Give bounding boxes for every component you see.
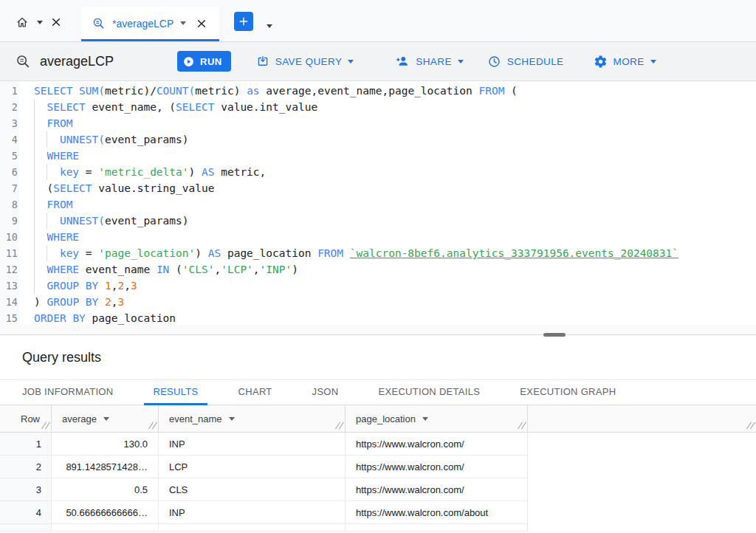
event-name-cell[interactable]: INP (159, 433, 346, 455)
column-header-event_name[interactable]: event_name (159, 405, 346, 432)
save-query-button[interactable]: SAVE QUERY (256, 55, 354, 68)
column-header-label: page_location (356, 413, 416, 424)
line-number: 8 (0, 196, 34, 213)
plus-icon (238, 16, 250, 27)
run-button[interactable]: RUN (177, 51, 231, 72)
more-menu-icon (650, 60, 656, 63)
code-line[interactable]: 12WHERE event_name IN ('CLS','LCP','INP'… (0, 261, 756, 278)
results-tab-results[interactable]: RESULTS (144, 380, 207, 405)
indent-guide (34, 261, 47, 278)
code-line[interactable]: 13GROUP BY 1,2,3 (0, 278, 756, 294)
schedule-button[interactable]: SCHEDULE (487, 55, 564, 69)
page-location-cell[interactable]: https://www.walcron.com/ (346, 455, 528, 478)
code-line[interactable]: 1SELECT SUM(metric)/COUNT(metric) as ave… (0, 83, 756, 99)
tab-menu-icon[interactable] (180, 21, 186, 25)
average-cell[interactable]: 0.5 (52, 478, 159, 501)
editor-tab-strip: *averageLCP (0, 0, 756, 42)
more-button[interactable]: MORE (594, 55, 656, 69)
line-number: 11 (0, 245, 34, 261)
column-menu-icon[interactable] (422, 417, 428, 421)
code-text: GROUP BY 1,2,3 (34, 278, 137, 294)
column-header-page_location[interactable]: page_location (346, 405, 528, 432)
event-name-cell[interactable]: INP (159, 501, 346, 524)
column-header-row[interactable]: Row (0, 405, 52, 432)
table-row[interactable]: 30.5CLShttps://www.walcron.com/ (0, 478, 756, 501)
code-text: key = 'page_location') AS page_location … (34, 245, 678, 261)
code-text: UNNEST(event_params) (34, 131, 189, 148)
column-resize-handle[interactable] (747, 422, 755, 430)
panel-splitter (0, 325, 756, 335)
code-line[interactable]: 2SELECT event_name, (SELECT value.int_va… (0, 99, 756, 115)
sql-editor[interactable]: 1SELECT SUM(metric)/COUNT(metric) as ave… (0, 81, 756, 325)
code-line[interactable]: 7(SELECT value.string_value (0, 180, 756, 196)
line-number: 5 (0, 148, 34, 164)
column-resize-handle[interactable] (149, 422, 157, 430)
tab-close-icon[interactable] (196, 18, 207, 30)
row-number-cell[interactable]: 1 (0, 433, 52, 455)
average-cell[interactable]: 891.1428571428… (52, 455, 159, 478)
line-number: 6 (0, 164, 34, 180)
code-text: FROM (34, 115, 72, 131)
sql-editor-lines: 1SELECT SUM(metric)/COUNT(metric) as ave… (0, 83, 756, 325)
home-icon[interactable] (15, 15, 30, 30)
query-tab-active[interactable]: *averageLCP (81, 7, 219, 41)
code-line[interactable]: 3FROM (0, 115, 756, 131)
code-text: ORDER BY page_location (34, 310, 176, 325)
gear-icon (594, 55, 608, 69)
results-tab-execution-details[interactable]: EXECUTION DETAILS (369, 380, 489, 405)
column-resize-handle[interactable] (336, 422, 343, 430)
share-button[interactable]: SHARE (395, 54, 464, 69)
results-tab-execution-graph[interactable]: EXECUTION GRAPH (511, 380, 625, 405)
row-number-cell[interactable]: 3 (0, 478, 52, 501)
row-number-cell[interactable]: 2 (0, 455, 52, 478)
home-tab-close-icon[interactable] (50, 16, 62, 28)
average-cell[interactable]: 130.0 (52, 433, 159, 455)
row-number-cell[interactable]: 4 (0, 501, 52, 524)
splitter-drag-handle[interactable] (543, 333, 566, 337)
table-row[interactable]: 1130.0INPhttps://www.walcron.com/ (0, 433, 756, 455)
code-line[interactable]: 5WHERE (0, 148, 756, 164)
page-location-cell[interactable]: https://www.walcron.com/ (346, 433, 528, 455)
code-line[interactable]: 8FROM (0, 196, 756, 213)
line-number: 14 (0, 294, 34, 310)
play-icon (182, 55, 195, 68)
code-text: ) GROUP BY 2,3 (34, 294, 124, 310)
results-title: Query results (22, 350, 101, 365)
column-resize-handle[interactable] (42, 422, 49, 430)
tab-list-menu-icon[interactable] (267, 24, 272, 28)
new-tab-button[interactable] (234, 12, 253, 31)
results-tab-chart[interactable]: CHART (230, 380, 281, 405)
column-header-average[interactable]: average (52, 405, 159, 432)
results-tab-json[interactable]: JSON (303, 380, 348, 405)
home-tab-menu-icon[interactable] (37, 21, 43, 24)
column-resize-handle[interactable] (518, 422, 526, 430)
table-row[interactable]: 2891.1428571428…LCPhttps://www.walcron.c… (0, 455, 756, 478)
code-line[interactable]: 4UNNEST(event_params) (0, 131, 756, 148)
line-number: 13 (0, 278, 34, 294)
column-menu-icon[interactable] (103, 417, 109, 421)
code-line[interactable]: 11key = 'page_location') AS page_locatio… (0, 245, 756, 261)
code-line[interactable]: 9UNNEST(event_params) (0, 213, 756, 229)
indent-guide (34, 196, 47, 213)
event-name-cell[interactable]: CLS (159, 478, 346, 501)
table-row[interactable]: 450.66666666666…INPhttps://www.walcron.c… (0, 501, 756, 524)
code-text: FROM (34, 196, 72, 213)
average-cell[interactable]: 50.66666666666… (52, 501, 159, 524)
page-location-cell[interactable]: https://www.walcron.com/ (346, 478, 528, 501)
code-line[interactable]: 6key = 'metric_delta') AS metric, (0, 164, 756, 180)
column-menu-icon[interactable] (229, 417, 235, 421)
page-location-cell[interactable]: https://www.walcron.com/about (346, 501, 528, 524)
line-number: 10 (0, 229, 34, 245)
event-name-cell[interactable]: LCP (159, 455, 346, 478)
results-tab-job-information[interactable]: JOB INFORMATION (13, 380, 122, 405)
column-header-label: Row (21, 413, 40, 424)
code-line[interactable]: 10WHERE (0, 229, 756, 245)
code-text: WHERE (34, 229, 79, 245)
line-number: 7 (0, 180, 34, 196)
column-header-label: event_name (169, 413, 222, 424)
table-reference-link[interactable]: `walcron-8bef6.analytics_333791956.event… (350, 247, 678, 259)
code-line[interactable]: 14) GROUP BY 2,3 (0, 294, 756, 310)
code-text: UNNEST(event_params) (34, 213, 189, 229)
code-line[interactable]: 15ORDER BY page_location (0, 310, 756, 325)
indent-guide (34, 131, 47, 148)
